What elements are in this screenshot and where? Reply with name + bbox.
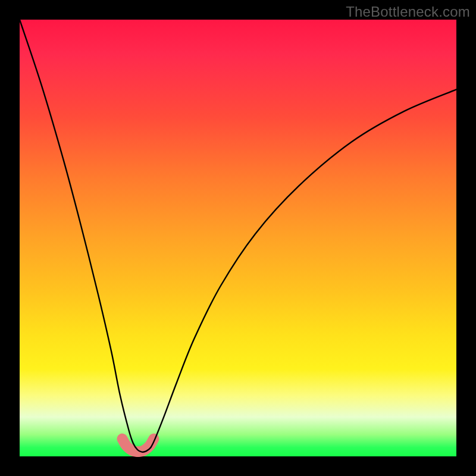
main-curve-series [20,20,456,452]
watermark-text: TheBottleneck.com [346,4,470,20]
plot-area [20,20,456,456]
chart-frame: TheBottleneck.com [0,0,476,476]
chart-svg [20,20,456,456]
